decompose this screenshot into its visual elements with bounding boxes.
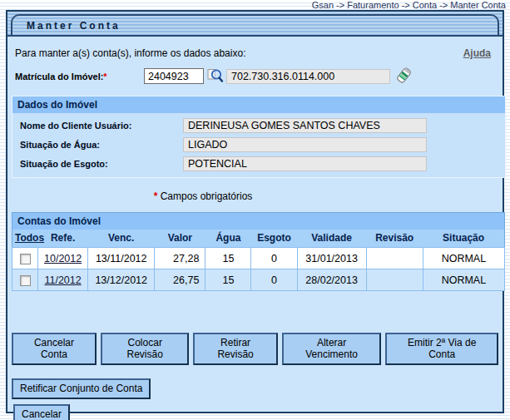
cell-situacao: NORMAL <box>423 269 504 291</box>
situacao-agua-label: Situação de Água: <box>20 140 183 150</box>
page-title: Manter Conta <box>11 14 499 35</box>
dados-imovel-section: Dados do Imóvel Nome do Cliente Usuário:… <box>12 96 506 178</box>
required-asterisk: * <box>103 72 106 82</box>
row-checkbox[interactable] <box>20 254 31 264</box>
matricula-input[interactable] <box>144 68 204 84</box>
conta-link[interactable]: 10/2012 <box>44 253 82 264</box>
matricula-label-text: Matrícula do Imóvel: <box>15 72 103 82</box>
manter-conta-panel: Manter Conta Para manter a(s) conta(s), … <box>6 10 504 413</box>
required-note: * Campos obrigatórios <box>12 190 394 202</box>
emitir-segunda-via-button[interactable]: Emitir 2ª Via de Conta <box>385 333 498 365</box>
cell-situacao: NORMAL <box>423 248 504 269</box>
contas-table-title: Contas do Imóvel <box>12 213 505 230</box>
required-note-text: Campos obrigatórios <box>157 190 252 202</box>
cell-esgoto: 0 <box>251 248 297 269</box>
contas-table: Contas do Imóvel Todos Refe. Venc. Valor… <box>12 212 505 291</box>
title-band: Manter Conta <box>7 12 503 37</box>
eraser-icon <box>395 67 413 86</box>
col-revisao: Revisão <box>366 230 423 248</box>
inscricao-field: 702.730.316.0114.000 <box>226 69 390 84</box>
cell-venc: 13/12/2012 <box>88 269 155 291</box>
cell-valor: 27,28 <box>155 248 205 269</box>
situacao-agua-value: LIGADO <box>183 137 427 152</box>
table-row: 10/2012 13/11/2012 27,28 15 0 31/01/2013… <box>12 248 505 269</box>
cell-esgoto: 0 <box>251 269 297 291</box>
breadcrumb: Gsan -> Faturamento -> Conta -> Manter C… <box>312 0 506 10</box>
col-validade: Validade <box>297 230 366 248</box>
cancelar-button[interactable]: Cancelar <box>13 404 70 420</box>
col-refe: Refe. <box>38 230 88 248</box>
magnifier-icon <box>207 67 225 85</box>
search-button[interactable] <box>207 67 225 85</box>
retificar-conjunto-button[interactable]: Retificar Conjunto de Conta <box>12 378 151 399</box>
cell-revisao <box>366 269 423 291</box>
colocar-revisao-button[interactable]: Colocar Revisão <box>101 333 190 365</box>
conta-link[interactable]: 11/2012 <box>44 274 81 286</box>
cell-validade: 28/02/2013 <box>297 269 366 291</box>
cell-agua: 15 <box>205 269 251 291</box>
col-valor: Valor <box>155 230 205 248</box>
help-link[interactable]: Ajuda <box>463 47 491 59</box>
cell-venc: 13/11/2012 <box>88 248 155 269</box>
clear-button[interactable] <box>395 67 413 86</box>
cell-revisao <box>366 248 423 269</box>
retirar-revisao-button[interactable]: Retirar Revisão <box>193 333 277 365</box>
cancelar-conta-button[interactable]: Cancelar Conta <box>12 333 97 365</box>
cliente-usuario-value: DERINEUSA GOMES SANTOS CHAVES <box>183 118 427 133</box>
select-all-link[interactable]: Todos <box>12 230 38 248</box>
alterar-vencimento-button[interactable]: Alterar Vencimento <box>282 333 382 365</box>
cell-valor: 26,75 <box>155 269 205 291</box>
dados-imovel-title: Dados do Imóvel <box>12 96 505 113</box>
situacao-esgoto-label: Situação de Esgoto: <box>20 159 183 169</box>
row-checkbox[interactable] <box>20 275 31 286</box>
col-esgoto: Esgoto <box>251 230 297 248</box>
situacao-esgoto-value: POTENCIAL <box>183 156 427 171</box>
table-row: 11/2012 13/12/2012 26,75 15 0 28/02/2013… <box>12 269 505 291</box>
cell-validade: 31/01/2013 <box>297 248 366 269</box>
col-venc: Venc. <box>88 230 155 248</box>
col-situacao: Situação <box>423 230 504 248</box>
cliente-usuario-label: Nome do Cliente Usuário: <box>20 121 183 131</box>
matricula-label: Matrícula do Imóvel:* <box>15 72 144 82</box>
col-agua: Água <box>205 230 251 248</box>
intro-text: Para manter a(s) conta(s), informe os da… <box>15 47 245 59</box>
cell-agua: 15 <box>205 248 251 269</box>
